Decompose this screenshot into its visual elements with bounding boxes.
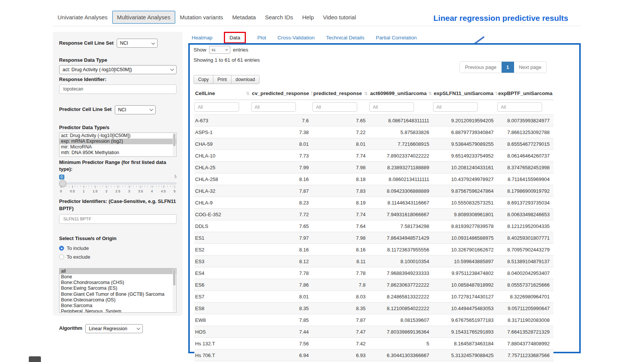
- tissue-option-bone-giant-cell-tumor-of-bone-gctb-sarcoma[interactable]: Bone:Giant Cell Tumor of Bone (GCTB) Sar…: [59, 292, 176, 297]
- cell-value: 7.38: [251, 126, 313, 138]
- slider-tickmark-icon: [118, 186, 118, 188]
- scrollbar[interactable]: [173, 133, 176, 156]
- export-button-group: CopyPrintdownload: [194, 75, 259, 84]
- cell-value: 8.31711902083008: [497, 314, 553, 326]
- entries-label: entries: [233, 47, 249, 53]
- slider-tick-label: 3: [128, 189, 130, 193]
- analysis-settings-sidebar: Response Cell Line Set NCI Response Data…: [53, 32, 183, 316]
- nav-item-video-tutorial[interactable]: Video tutorial: [318, 11, 360, 24]
- cell-value: 8.16: [251, 244, 313, 256]
- nav-item-metadata[interactable]: Metadata: [228, 11, 261, 24]
- nav-item-multivariate-analyses[interactable]: Multivariate Analyses: [112, 11, 175, 24]
- cell-value: 7.78: [313, 267, 369, 279]
- response-cell-line-set-select[interactable]: NCI: [117, 39, 158, 48]
- predictor-data-type-option-mth-dna-850k-methylation[interactable]: mth: DNA 850K Methylation: [59, 150, 176, 156]
- download-button[interactable]: download: [231, 75, 259, 84]
- tissue-option-bone[interactable]: Bone: [59, 274, 176, 280]
- sort-icon[interactable]: ⇅: [311, 91, 313, 96]
- slider-tick: 3.5: [139, 186, 142, 193]
- algorithm-select[interactable]: Linear Regression: [85, 324, 143, 333]
- column-label: expBPTF_uniSarcoma: [498, 90, 552, 96]
- entries-count-select[interactable]: 61: [209, 46, 230, 54]
- pagination: Previous page 1 Next page: [460, 61, 547, 73]
- filter-input-act609699-unisarcoma[interactable]: [369, 102, 414, 112]
- cell-value: 7.64: [313, 220, 369, 232]
- sort-icon[interactable]: ⇅: [428, 91, 432, 96]
- cell-line-name: ES7: [194, 291, 251, 303]
- filter-input-expbptf-unisarcoma[interactable]: [497, 102, 542, 112]
- scrollbar[interactable]: [173, 269, 176, 312]
- tab-data[interactable]: Data: [224, 32, 246, 44]
- copy-button[interactable]: Copy: [194, 75, 213, 84]
- tab-cross-validation[interactable]: Cross-Validation: [278, 35, 315, 41]
- predictor-cell-line-set-select[interactable]: NCI: [115, 105, 156, 114]
- tissue-option-peripheral-nervous-system[interactable]: Peripheral_Nervous_System: [59, 309, 176, 313]
- slider-tick: 2.5: [116, 186, 120, 193]
- nav-item-univariate-analyses[interactable]: Univariate Analyses: [53, 11, 112, 24]
- filter-input-cv-predicted-response[interactable]: [251, 102, 296, 112]
- predictor-identifiers-input[interactable]: [59, 214, 177, 224]
- print-button[interactable]: Print: [213, 75, 231, 84]
- sort-icon[interactable]: ⇅: [495, 91, 497, 96]
- cell-value: 9.97511238474802: [433, 267, 497, 279]
- tissue-option-bone-chondrosarcoma-chs[interactable]: Bone:Chondrosarcoma (CHS): [59, 280, 176, 286]
- cell-line-name: ES4: [194, 267, 251, 279]
- tissue-option-bone-osteosarcoma-os[interactable]: Bone:Osteosarcoma (OS): [59, 297, 176, 303]
- tissue-option-bone-ewing-sarcoma-es[interactable]: Bone:Ewing Sarcoma (ES): [59, 286, 176, 291]
- cell-value: 8.40259301807771: [497, 232, 553, 244]
- filter-input-predicted-response[interactable]: [313, 102, 357, 112]
- tissue-listbox[interactable]: allBoneBone:Chondrosarcoma (CHS)Bone:Ewi…: [59, 268, 177, 313]
- predictor-data-type-option-act-drug-activity-log10-ic50m[interactable]: act: Drug Activity (-log10[IC50M]): [59, 133, 176, 139]
- nav-item-search-ids[interactable]: Search IDs: [260, 11, 297, 24]
- column-header-expslfn11-unisarcoma[interactable]: expSLFN11_uniSarcoma⇅: [433, 87, 497, 100]
- column-header-inner: cv_predicted_response⇅: [252, 90, 311, 96]
- slider-track[interactable]: [59, 183, 177, 184]
- cell-value: 9.05711205990647: [497, 303, 553, 314]
- cell-value: 8.12: [251, 256, 313, 267]
- tab-heatmap[interactable]: Heatmap: [192, 35, 213, 41]
- cell-value: 8.65554677279015: [497, 138, 553, 150]
- cell-value: 9.87567596247864: [433, 185, 497, 197]
- nav-item-help[interactable]: Help: [298, 11, 319, 24]
- column-header-predicted-response[interactable]: predicted_response⇅: [313, 87, 369, 100]
- table-row: ES28.168.168.1172363795555610.3267901662…: [194, 244, 553, 256]
- cell-value: 8.11446343116667: [369, 197, 433, 209]
- filter-cell: [194, 100, 251, 115]
- column-header-expbptf-unisarcoma[interactable]: expBPTF_uniSarcoma⇅: [497, 87, 553, 100]
- cell-value: 8.18: [313, 173, 369, 185]
- tissue-option-bone-sarcoma[interactable]: Bone:Sarcoma: [59, 303, 176, 309]
- predictor-data-type-option-exp-mrna-expression-log2[interactable]: exp: mRNA Expression (log2): [59, 139, 176, 144]
- top-nav: Univariate AnalysesMultivariate Analyses…: [53, 11, 361, 24]
- tab-partial-correlation[interactable]: Partial Correlation: [376, 35, 417, 41]
- slider-tickmark-icon: [152, 186, 152, 188]
- cell-value: 8.081539607: [369, 314, 433, 326]
- cell-value: 10.0931486588975: [433, 232, 497, 244]
- tissue-include-radio[interactable]: To include: [59, 245, 177, 251]
- table-row: CHLA-327.877.838.094233068888899.8756759…: [194, 185, 553, 197]
- sort-icon[interactable]: ⇅: [246, 91, 250, 96]
- response-data-type-select[interactable]: act: Drug Activity (-log10[IC50M]): [59, 65, 177, 74]
- previous-page-button[interactable]: Previous page: [460, 62, 501, 73]
- cell-value: 7.581734298: [369, 220, 433, 232]
- cell-value: 7.22: [313, 126, 369, 138]
- column-header-act609699-unisarcoma[interactable]: act609699_uniSarcoma⇅: [369, 87, 433, 100]
- column-header-cellline[interactable]: CellLine⇅: [194, 87, 251, 100]
- next-page-button[interactable]: Next page: [514, 62, 546, 73]
- predictor-data-type-option-mir-microrna[interactable]: mir: MicroRNA: [59, 144, 176, 150]
- predictor-data-types-listbox[interactable]: act: Drug Activity (-log10[IC50M])exp: m…: [59, 133, 177, 157]
- filter-input-expslfn11-unisarcoma[interactable]: [433, 102, 478, 112]
- column-header-cv-predicted-response[interactable]: cv_predicted_response⇅: [251, 87, 313, 100]
- page-1-button[interactable]: 1: [502, 62, 514, 73]
- tissue-exclude-radio[interactable]: To exclude: [59, 254, 177, 260]
- tab-technical-details[interactable]: Technical Details: [326, 35, 364, 41]
- cell-value: 10.599643885897: [433, 256, 497, 267]
- nav-item-mutation-variants[interactable]: Mutation variants: [175, 11, 228, 24]
- tab-plot[interactable]: Plot: [257, 35, 266, 41]
- filter-input-cellline[interactable]: [194, 102, 239, 112]
- cell-value: 7.85: [251, 314, 313, 326]
- cell-line-name: DDLS: [194, 220, 251, 232]
- sort-icon[interactable]: ⇅: [364, 91, 368, 96]
- tissue-option-all[interactable]: all: [59, 268, 176, 274]
- response-identifier-input[interactable]: [59, 84, 177, 94]
- min-predictor-range-slider: 0 5 00.511.522.533.544.55: [59, 175, 177, 194]
